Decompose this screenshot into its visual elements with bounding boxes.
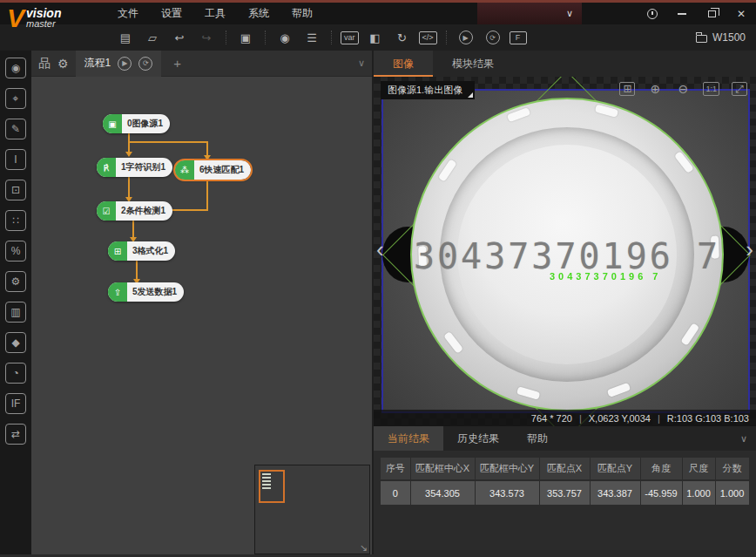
toolbar-separator <box>331 31 332 44</box>
node-format[interactable]: ⊞ 3格式化1 <box>108 241 175 261</box>
image-edit-tool-icon[interactable]: ✎ <box>5 119 26 139</box>
tab-help[interactable]: 帮助 <box>513 426 562 451</box>
locate-tool-icon[interactable]: ⌖ <box>5 88 26 109</box>
node-label: 2条件检测1 <box>116 201 172 221</box>
col-match-box-center-y[interactable]: 匹配框中心Y <box>475 458 539 480</box>
global-trigger-icon[interactable]: ↻ <box>392 28 413 47</box>
col-angle[interactable]: 角度 <box>640 458 682 480</box>
flow-chevron-down-icon[interactable]: ∨ <box>358 58 365 69</box>
run-continuous-icon[interactable]: ⟳ <box>483 28 503 47</box>
camera-tool-icon[interactable]: ◉ <box>5 58 26 78</box>
focus-tool-icon[interactable]: ⊡ <box>5 180 26 200</box>
histogram-tool-icon[interactable]: ▥ <box>5 302 26 323</box>
main-toolbar: ▤ ▱ ↩ ↪ ▣ ◉ ☰ var ◧ ↻ </> ▶ ⟳ F W1500 <box>0 24 756 51</box>
table-header-row: 序号 匹配框中心X 匹配框中心Y 匹配点X 匹配点Y 角度 尺度 分数 <box>381 458 749 480</box>
flow-run-loop-icon[interactable]: ⟳ <box>138 57 152 71</box>
menu-help[interactable]: 帮助 <box>292 6 313 21</box>
undo-icon[interactable]: ↩ <box>169 28 190 47</box>
results-chevron-down-icon[interactable]: ∨ <box>740 433 747 445</box>
col-match-point-x[interactable]: 匹配点X <box>539 458 590 480</box>
tab-image[interactable]: 图像 <box>374 51 433 77</box>
tab-current-result[interactable]: 当前结果 <box>374 426 443 451</box>
variable-icon[interactable]: var <box>341 31 359 44</box>
node-char-recognition[interactable]: ℟ 1字符识别1 <box>97 158 172 177</box>
ocr-tool-icon[interactable]: I <box>5 149 26 170</box>
workspace-indicator[interactable]: W1500 <box>696 24 746 51</box>
flow-minimap[interactable]: ↘ <box>254 465 370 554</box>
flow-header: 品 ⚙ 流程1 ▶ ⟳ + ∨ <box>31 51 372 77</box>
menu-system[interactable]: 系统 <box>248 6 269 21</box>
connector <box>132 221 134 238</box>
one-to-one-icon[interactable]: 1:1 <box>703 82 719 96</box>
color-tool-icon[interactable]: ◆ <box>5 332 26 353</box>
cell-match-point-y: 343.387 <box>590 480 640 505</box>
toolbar-collapse-band[interactable]: ∨ <box>477 3 582 24</box>
node-label: 1字符识别1 <box>116 158 172 177</box>
script-icon[interactable]: </> <box>419 31 437 44</box>
open-icon[interactable]: ▱ <box>142 28 163 47</box>
tool-rail: ◉ ⌖ ✎ I ⊡ ∷ % ⚙ ▥ ◆ ◔ IF ⇄ <box>0 51 31 554</box>
redo-icon[interactable]: ↪ <box>196 28 217 47</box>
connector <box>206 141 208 156</box>
node-condition-check[interactable]: ☑ 2条件检测1 <box>97 201 172 221</box>
col-match-box-center-x[interactable]: 匹配框中心X <box>410 458 475 480</box>
menu-tools[interactable]: 工具 <box>205 6 226 21</box>
performance-icon[interactable] <box>646 8 658 20</box>
node-send-data[interactable]: ⇪ 5发送数据1 <box>108 282 184 302</box>
results-table-area: 序号 匹配框中心X 匹配框中心Y 匹配点X 匹配点Y 角度 尺度 分数 0 <box>374 451 756 554</box>
menu-settings[interactable]: 设置 <box>161 6 182 21</box>
col-index[interactable]: 序号 <box>381 458 410 480</box>
format-icon[interactable]: F <box>510 31 527 44</box>
col-scale[interactable]: 尺度 <box>682 458 715 480</box>
module-manage-icon[interactable]: ☰ <box>301 28 322 47</box>
tab-history-result[interactable]: 历史结果 <box>443 426 513 451</box>
col-score[interactable]: 分数 <box>715 458 749 480</box>
minimap-resize-handle[interactable]: ↘ <box>360 542 368 554</box>
cell-scale: 1.000 <box>682 480 715 505</box>
restore-button[interactable] <box>705 8 718 20</box>
save-icon[interactable]: ▤ <box>115 28 136 47</box>
cell-match-box-center-x: 354.305 <box>410 480 475 505</box>
minimize-button[interactable] <box>676 8 688 20</box>
menu-file[interactable]: 文件 <box>118 6 138 21</box>
next-image-button[interactable]: › <box>746 241 753 258</box>
zoom-out-icon[interactable]: ⊖ <box>675 82 691 96</box>
bottle-cap: 30437370196 7 30437370196 7 <box>410 98 724 411</box>
app-window: V vision master 文件 设置 工具 系统 帮助 ∨ ✕ ▤ ▱ ↩… <box>0 0 756 557</box>
add-flow-button[interactable]: + <box>173 56 181 71</box>
table-row[interactable]: 0 354.305 343.573 353.757 343.387 -45.95… <box>381 480 749 505</box>
run-once-icon[interactable]: ▶ <box>456 28 476 47</box>
chevron-down-icon[interactable]: ∨ <box>566 8 573 19</box>
wrench-icon[interactable]: ⚙ <box>57 57 69 71</box>
logic-if-tool-icon[interactable]: IF <box>5 393 26 414</box>
node-image-source[interactable]: ▣ 0图像源1 <box>103 114 170 133</box>
timer-tool-icon[interactable]: ◔ <box>5 363 26 384</box>
tab-module-result[interactable]: 模块结果 <box>433 51 513 77</box>
col-match-point-y[interactable]: 匹配点Y <box>590 458 640 480</box>
flow-graph-icon[interactable]: 品 <box>38 56 51 71</box>
right-panel: 图像 模块结果 图像源1.输出图像 ⊞ ⊕ ⊖ 1:1 ⤢ <box>374 51 756 554</box>
minimap-viewport[interactable] <box>259 470 285 503</box>
communication-tool-icon[interactable]: ⇄ <box>5 424 26 445</box>
cell-index: 0 <box>381 480 410 505</box>
fullscreen-icon[interactable]: ⤢ <box>732 82 747 96</box>
flow-run-icon[interactable]: ▶ <box>118 57 132 71</box>
connector <box>128 141 208 143</box>
image-viewer[interactable]: 图像源1.输出图像 ⊞ ⊕ ⊖ 1:1 ⤢ <box>374 77 756 426</box>
measure-tool-icon[interactable]: ∷ <box>5 210 26 231</box>
connector <box>168 209 208 211</box>
flow-canvas[interactable]: ▣ 0图像源1 ℟ 1字符识别1 ⁂ 6快速匹配1 ☑ 2条件检测1 ⊞ 3 <box>31 77 372 554</box>
node-icon: ⇪ <box>108 282 127 302</box>
close-button[interactable]: ✕ <box>735 8 747 20</box>
prev-image-button[interactable]: ‹ <box>376 241 384 258</box>
save-as-icon[interactable]: ▣ <box>235 28 256 47</box>
image-window-icon[interactable]: ◧ <box>365 28 386 47</box>
fit-view-icon[interactable]: ⊞ <box>619 82 635 96</box>
image-config-tool-icon[interactable]: ⚙ <box>5 271 26 292</box>
flow-tab[interactable]: 流程1 ▶ ⟳ <box>76 51 162 77</box>
calc-tool-icon[interactable]: % <box>5 241 26 262</box>
node-fast-match[interactable]: ⁂ 6快速匹配1 <box>175 160 251 180</box>
camera-icon[interactable]: ◉ <box>274 28 295 47</box>
image-source-selector[interactable]: 图像源1.输出图像 <box>381 81 475 99</box>
zoom-in-icon[interactable]: ⊕ <box>647 82 663 96</box>
